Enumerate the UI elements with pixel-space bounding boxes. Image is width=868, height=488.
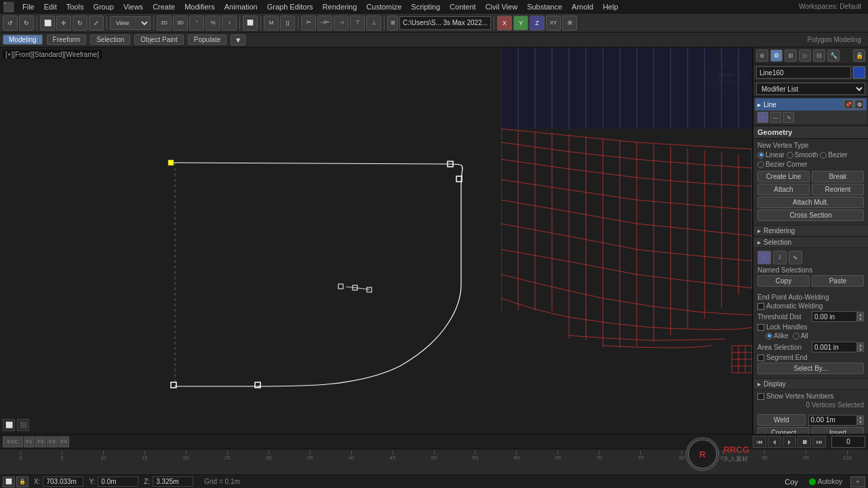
add-time-tag-btn[interactable]: + bbox=[850, 476, 865, 487]
align-left[interactable]: ⊢ bbox=[301, 16, 316, 30]
f4-key[interactable]: F4 bbox=[58, 436, 69, 447]
vertex-mode-icon[interactable]: · bbox=[757, 112, 768, 123]
play-btn[interactable]: ⏵ bbox=[783, 436, 796, 448]
menu-rendering[interactable]: Rendering bbox=[319, 2, 361, 12]
menu-customize[interactable]: Customize bbox=[362, 2, 406, 12]
play-next-btn[interactable]: ⏭ bbox=[812, 436, 826, 448]
create-line-btn[interactable]: Create Line bbox=[757, 171, 810, 182]
paste-ns-btn[interactable]: Paste bbox=[812, 275, 864, 287]
y-axis-btn[interactable]: Y bbox=[513, 16, 528, 30]
insert-btn[interactable]: Insert bbox=[812, 427, 864, 434]
threshold-dist-input[interactable]: 0.00 in bbox=[812, 311, 857, 322]
menu-create[interactable]: Create bbox=[149, 2, 179, 12]
weld-up[interactable]: ▲ bbox=[857, 415, 864, 420]
modifier-pin[interactable]: 📌 bbox=[844, 100, 853, 109]
viewport-icon-1[interactable]: ⬜ bbox=[3, 419, 15, 431]
f2-key[interactable]: F2 bbox=[35, 436, 46, 447]
stop-btn[interactable]: ⏹ bbox=[797, 436, 811, 448]
radio-all[interactable]: All bbox=[793, 332, 808, 340]
f1-key[interactable]: F1 bbox=[24, 436, 35, 447]
z-axis-btn[interactable]: Z bbox=[530, 16, 545, 30]
menu-graph-editors[interactable]: Graph Editors bbox=[263, 2, 317, 12]
sel-icon-segment[interactable]: / bbox=[773, 251, 787, 264]
menu-file[interactable]: File bbox=[18, 2, 39, 12]
menu-scripting[interactable]: Scripting bbox=[407, 2, 444, 12]
copy-ns-btn[interactable]: Copy bbox=[757, 275, 810, 287]
mirror-btn[interactable]: M bbox=[264, 16, 279, 30]
lock-handles-checkbox[interactable] bbox=[757, 324, 764, 331]
cross-section-btn[interactable]: Cross Section bbox=[757, 209, 864, 221]
panel-icon-modify[interactable]: ⚙ bbox=[770, 49, 783, 62]
area-sel-up[interactable]: ▲ bbox=[857, 342, 864, 347]
reorient-btn[interactable]: Reorient bbox=[812, 184, 864, 195]
sel-icon-spline[interactable]: ∿ bbox=[789, 251, 802, 264]
radio-smooth[interactable]: Smooth bbox=[787, 151, 818, 159]
world-btn[interactable]: ⊞ bbox=[562, 16, 577, 30]
panel-icon-display[interactable]: ⊟ bbox=[813, 49, 825, 62]
radio-alike[interactable]: Alike bbox=[766, 332, 789, 340]
weld-down[interactable]: ▼ bbox=[857, 420, 864, 425]
panel-lock-icon[interactable]: 🔒 bbox=[853, 49, 865, 62]
panel-icon-utilities[interactable]: 🔧 bbox=[827, 49, 840, 62]
play-back-btn[interactable]: ⏴ bbox=[768, 436, 781, 448]
f3-key[interactable]: F3 bbox=[47, 436, 58, 447]
attach-btn[interactable]: Attach bbox=[757, 184, 810, 195]
modifier-config[interactable]: ⚙ bbox=[854, 100, 864, 109]
redo-button[interactable]: ↻ bbox=[19, 16, 34, 30]
select-tool[interactable]: ⬜ bbox=[40, 16, 55, 30]
weld-input[interactable]: 0.00 1m bbox=[808, 415, 858, 426]
menu-civil-view[interactable]: Civil View bbox=[481, 2, 521, 12]
selection-section-header[interactable]: ▸ Selection bbox=[753, 237, 868, 248]
threshold-dist-down[interactable]: ▼ bbox=[857, 317, 864, 321]
panel-scrollable[interactable]: Geometry New Vertex Type Linear Smooth bbox=[753, 126, 868, 434]
select-by-btn[interactable]: Select By... bbox=[757, 363, 864, 374]
menu-edit[interactable]: Edit bbox=[40, 2, 61, 12]
area-sel-input[interactable]: 0.001 in bbox=[812, 342, 857, 352]
object-paint-tab[interactable]: Object Paint bbox=[134, 35, 183, 45]
align-right[interactable]: ⊣ bbox=[334, 16, 349, 30]
menu-tools[interactable]: Tools bbox=[62, 2, 88, 12]
viewport[interactable]: [+][Front][Standard][Wireframe] TOP FRON… bbox=[0, 47, 753, 434]
rendering-section-header[interactable]: ▸ Rendering bbox=[753, 225, 868, 237]
z-val[interactable]: 3.325m bbox=[153, 476, 193, 487]
panel-icon-motion[interactable]: ▷ bbox=[799, 49, 811, 62]
x-val[interactable]: 703.033m bbox=[43, 476, 83, 487]
panel-icon-create[interactable]: ⊕ bbox=[756, 49, 768, 62]
align-bottom[interactable]: ⊥ bbox=[366, 16, 381, 30]
menu-group[interactable]: Group bbox=[89, 2, 118, 12]
menu-content[interactable]: Content bbox=[446, 2, 480, 12]
menu-help[interactable]: Help bbox=[599, 2, 623, 12]
snap-2d[interactable]: 2D bbox=[157, 16, 172, 30]
expand-btn[interactable]: ▼ bbox=[231, 35, 245, 45]
snap-spinner[interactable]: ↕ bbox=[222, 16, 237, 30]
panel-icon-hierarchy[interactable]: ⊞ bbox=[785, 49, 797, 62]
threshold-dist-up[interactable]: ▲ bbox=[857, 312, 864, 317]
scale-tool[interactable]: ⤢ bbox=[89, 16, 104, 30]
align-top[interactable]: ⊤ bbox=[350, 16, 365, 30]
view-mode-dropdown[interactable]: View bbox=[110, 16, 151, 30]
viewport-icon-2[interactable]: ⬛ bbox=[17, 419, 29, 431]
attach-mult-btn[interactable]: Attach Mult. bbox=[757, 197, 864, 208]
move-tool[interactable]: ✛ bbox=[56, 16, 71, 30]
display-section-header[interactable]: ▸ Display bbox=[753, 378, 868, 390]
object-color-swatch[interactable] bbox=[853, 66, 865, 79]
radio-bezier-corner[interactable]: Bezier Corner bbox=[757, 161, 808, 168]
menu-views[interactable]: Views bbox=[119, 2, 147, 12]
segment-mode-icon[interactable]: — bbox=[770, 112, 781, 123]
snap-angle[interactable]: ° bbox=[189, 16, 204, 30]
x-axis-btn[interactable]: X bbox=[497, 16, 512, 30]
esc-key[interactable]: ESC bbox=[3, 436, 23, 447]
radio-linear[interactable]: Linear bbox=[757, 151, 785, 159]
radio-bezier[interactable]: Bezier bbox=[820, 151, 847, 159]
status-view-icon[interactable]: ⬜ bbox=[3, 476, 15, 487]
sel-icon-vertex[interactable]: · bbox=[757, 251, 771, 264]
rotate-tool[interactable]: ↻ bbox=[73, 16, 87, 30]
show-vertex-nums-checkbox[interactable] bbox=[757, 393, 764, 400]
connect-btn[interactable]: Connect bbox=[757, 427, 810, 434]
snap-3d[interactable]: 3D bbox=[173, 16, 188, 30]
play-prev-btn[interactable]: ⏮ bbox=[753, 436, 766, 448]
freeform-tab[interactable]: Freeform bbox=[47, 35, 87, 45]
spline-mode-icon[interactable]: ∿ bbox=[783, 112, 794, 123]
undo-button[interactable]: ↺ bbox=[3, 16, 18, 30]
auto-welding-checkbox[interactable] bbox=[757, 303, 764, 310]
